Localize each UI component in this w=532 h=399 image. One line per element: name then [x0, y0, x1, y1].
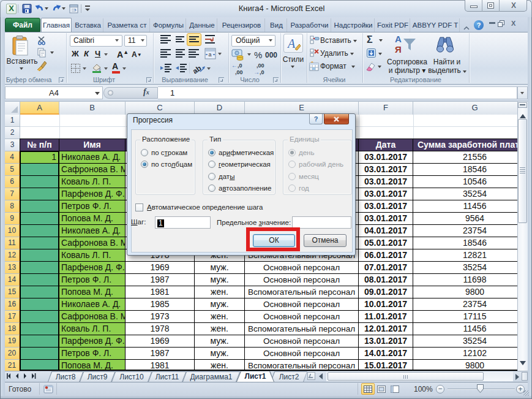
- svg-text:A: A: [287, 37, 296, 50]
- svg-text:ab: ab: [193, 64, 203, 74]
- svg-text:a: a: [209, 51, 212, 58]
